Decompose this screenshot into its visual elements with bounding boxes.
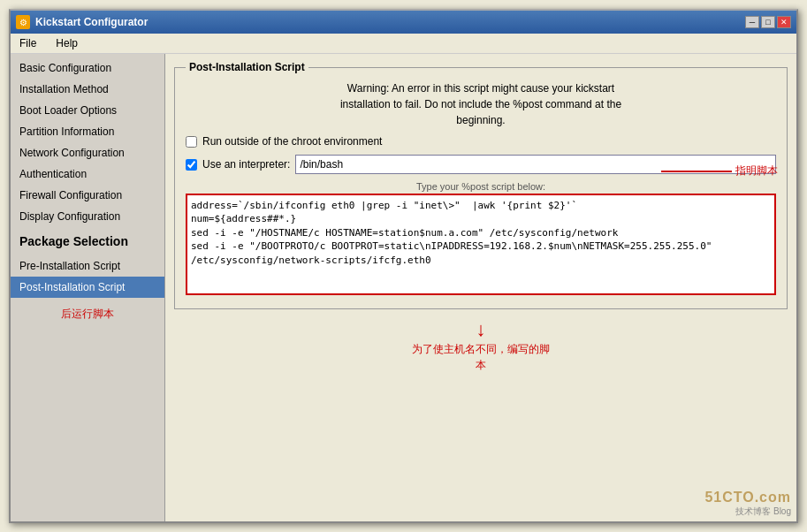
annotation-right-area: 指明脚本 (661, 163, 778, 179)
menubar: File Help (11, 34, 796, 54)
close-button[interactable]: ✕ (777, 16, 791, 28)
watermark-sub: 技术博客 Blog (735, 505, 791, 518)
down-arrow-icon: ↓ (476, 318, 486, 341)
sidebar-item-partition-information[interactable]: Partition Information (11, 121, 164, 142)
menu-help[interactable]: Help (50, 35, 83, 51)
title-bar-left: ⚙ Kickstart Configurator (16, 15, 148, 29)
bottom-annotations: ↓ 为了使主机名不同，编写的脚本 (174, 315, 788, 373)
minimize-button[interactable]: ─ (745, 16, 759, 28)
sidebar-item-authentication[interactable]: Authentication (11, 163, 164, 185)
chroot-label: Run outside of the chroot environment (202, 135, 382, 148)
script-textarea[interactable]: address=`/sbin/ifconfig eth0 |grep -i "i… (186, 194, 776, 295)
option-chroot-row: Run outside of the chroot environment (186, 135, 776, 148)
sidebar-item-package-selection[interactable]: Package Selection (11, 227, 164, 255)
sidebar-item-pre-installation-script[interactable]: Pre-Installation Script (11, 255, 164, 277)
watermark-main: 51CTO.com (704, 490, 791, 505)
title-bar: ⚙ Kickstart Configurator ─ □ ✕ (11, 11, 796, 34)
menu-file[interactable]: File (14, 35, 42, 51)
sidebar-item-firewall-configuration[interactable]: Firewall Configuration (11, 185, 164, 206)
warning-text: Warning: An error in this script might c… (186, 80, 776, 128)
main-window: ⚙ Kickstart Configurator ─ □ ✕ File Help… (9, 9, 798, 523)
sidebar-item-boot-loader-options[interactable]: Boot Loader Options (11, 100, 164, 121)
title-controls: ─ □ ✕ (745, 16, 791, 28)
chroot-checkbox[interactable] (186, 136, 197, 148)
annotation-right-label: 指明脚本 (735, 163, 778, 179)
interpreter-checkbox[interactable] (186, 159, 197, 171)
sidebar-item-basic-configuration[interactable]: Basic Configuration (11, 57, 164, 79)
sidebar-item-network-configuration[interactable]: Network Configuration (11, 142, 164, 163)
sidebar-item-display-configuration[interactable]: Display Configuration (11, 206, 164, 227)
content-area: Basic Configuration Installation Method … (11, 54, 796, 521)
sidebar: Basic Configuration Installation Method … (11, 54, 165, 521)
maximize-button[interactable]: □ (761, 16, 775, 28)
window-title: Kickstart Configurator (35, 16, 148, 28)
sidebar-item-post-installation-script[interactable]: Post-Installation Script (11, 277, 164, 298)
annotation-bottom-text: 为了使主机名不同，编写的脚本 (412, 341, 550, 373)
panel-title: Post-Installation Script (186, 61, 308, 73)
main-panel: Post-Installation Script Warning: An err… (165, 54, 796, 521)
script-area-label: Type your %post script below: (186, 181, 776, 192)
watermark: 51CTO.com 技术博客 Blog (704, 490, 791, 518)
sidebar-annotation: 后运行脚本 (11, 307, 164, 322)
annotation-line (661, 171, 732, 172)
app-icon: ⚙ (16, 15, 30, 29)
sidebar-item-installation-method[interactable]: Installation Method (11, 79, 164, 100)
interpreter-label: Use an interpreter: (202, 158, 290, 171)
